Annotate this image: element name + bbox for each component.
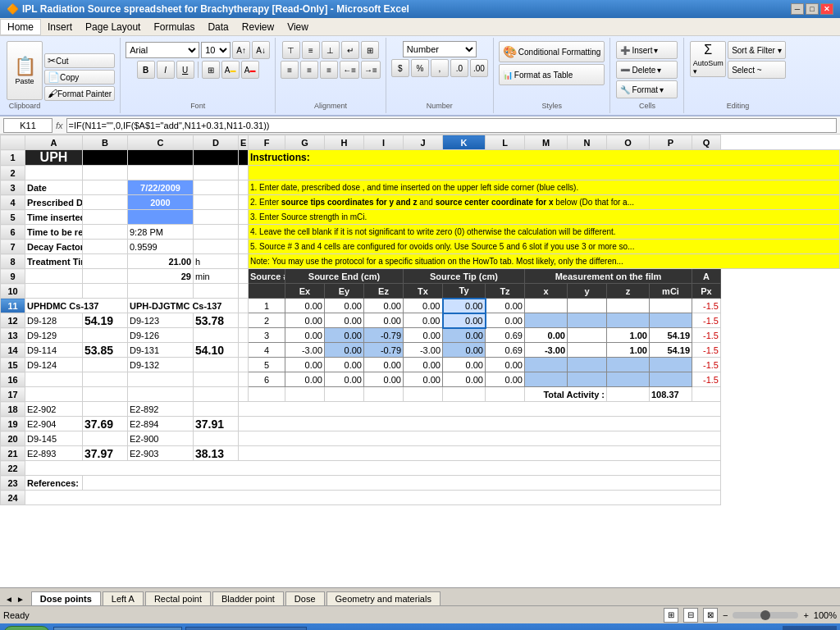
cell-B19[interactable]: 37.69 xyxy=(83,417,128,431)
cell-C11[interactable]: UPH-DJGTMC Cs-137 xyxy=(128,299,239,313)
cell-A23[interactable]: References: xyxy=(25,476,83,491)
cell-A3[interactable]: Date xyxy=(25,180,83,195)
cell-D13[interactable] xyxy=(194,328,239,343)
cell-G16[interactable]: 0.00 xyxy=(285,372,325,387)
cell-A12[interactable]: D9-128 xyxy=(25,313,83,328)
cell-B12[interactable]: 54.19 xyxy=(83,313,128,328)
cell-P11[interactable] xyxy=(650,299,692,313)
cell-I16[interactable]: 0.00 xyxy=(364,372,404,387)
col-header-L[interactable]: L xyxy=(486,135,525,150)
cell-B1[interactable] xyxy=(83,150,128,166)
sheet-tab-geometry[interactable]: Geometry and materials xyxy=(326,591,441,605)
cell-H13[interactable]: 0.00 xyxy=(325,328,364,343)
cell-M16[interactable] xyxy=(525,372,568,387)
merge-btn[interactable]: ⊞ xyxy=(361,41,379,59)
cell-G10[interactable]: Ex xyxy=(285,284,325,299)
cell-M17[interactable]: Total Activity : xyxy=(525,387,607,402)
align-top-btn[interactable]: ⊤ xyxy=(282,41,300,59)
cell-J14[interactable]: -3.00 xyxy=(404,343,443,358)
cell-B16[interactable] xyxy=(83,372,128,387)
format-painter-button[interactable]: 🖌 Format Painter xyxy=(44,86,115,101)
decrease-decimal-btn[interactable]: .00 xyxy=(470,59,488,77)
cell-M12[interactable] xyxy=(525,313,568,328)
cell-B20[interactable] xyxy=(83,431,128,446)
cell-P12[interactable] xyxy=(650,313,692,328)
cell-A11[interactable]: UPHDMC Cs-137 xyxy=(25,299,128,313)
cell-C12[interactable]: D9-123 xyxy=(128,313,194,328)
cell-C18[interactable]: E2-892 xyxy=(128,402,194,417)
cell-A5[interactable]: Time inserted xyxy=(25,210,83,225)
col-header-J[interactable]: J xyxy=(404,135,443,150)
cell-N11[interactable] xyxy=(568,299,607,313)
cell-D19[interactable]: 37.91 xyxy=(194,417,239,431)
cell-G13[interactable]: 0.00 xyxy=(285,328,325,343)
cell-F8[interactable]: Note: You may use the protocol for a spe… xyxy=(249,254,840,269)
cell-P16[interactable] xyxy=(650,372,692,387)
cell-G17[interactable] xyxy=(285,387,325,402)
cell-L12[interactable]: 0.00 xyxy=(486,313,525,328)
cell-B21[interactable]: 37.97 xyxy=(83,446,128,461)
cell-A16[interactable] xyxy=(25,372,83,387)
cell-L16[interactable]: 0.00 xyxy=(486,372,525,387)
cell-B3[interactable] xyxy=(83,180,128,195)
fill-color-btn[interactable]: A▬ xyxy=(221,61,240,79)
cell-C16[interactable] xyxy=(128,372,194,387)
insert-cells-btn[interactable]: ➕ Insert ▾ xyxy=(616,41,678,59)
cell-J15[interactable]: 0.00 xyxy=(404,358,443,372)
menu-home[interactable]: Home xyxy=(0,19,41,35)
cell-G14[interactable]: -3.00 xyxy=(285,343,325,358)
cell-C1[interactable] xyxy=(128,150,194,166)
font-size-select[interactable]: 10 xyxy=(201,42,231,58)
taskbar-medphys[interactable]: 📁 MedPhys Files > Down... xyxy=(53,627,182,630)
cell-E1[interactable] xyxy=(239,150,249,166)
align-middle-btn[interactable]: ≡ xyxy=(302,41,320,59)
cell-E15[interactable] xyxy=(239,358,249,372)
cell-K11[interactable]: 0.00 xyxy=(443,299,486,313)
cell-A20[interactable]: D9-145 xyxy=(25,431,83,446)
align-bottom-btn[interactable]: ⊥ xyxy=(322,41,340,59)
taskbar-excel[interactable]: 📊 Microsoft Excel - IPL ... xyxy=(185,627,307,630)
cell-F3[interactable]: 1. Enter date, prescribed dose , and tim… xyxy=(249,180,840,195)
cell-C8[interactable]: 21.00 xyxy=(128,254,194,269)
cell-Q10[interactable]: Px xyxy=(692,284,721,299)
cell-E6[interactable] xyxy=(239,225,249,240)
cell-E3[interactable] xyxy=(239,180,249,195)
cell-D18[interactable] xyxy=(194,402,239,417)
cell-G12[interactable]: 0.00 xyxy=(285,313,325,328)
cell-O12[interactable] xyxy=(607,313,650,328)
decrease-font-btn[interactable]: A↓ xyxy=(252,41,270,59)
col-header-E[interactable]: E xyxy=(239,135,249,150)
cell-J17[interactable] xyxy=(404,387,443,402)
cell-B14[interactable]: 53.85 xyxy=(83,343,128,358)
cell-K15[interactable]: 0.00 xyxy=(443,358,486,372)
cell-D1[interactable] xyxy=(194,150,239,166)
col-header-C[interactable]: C xyxy=(128,135,194,150)
cell-N16[interactable] xyxy=(568,372,607,387)
cell-I10[interactable]: Ez xyxy=(364,284,404,299)
border-btn[interactable]: ⊞ xyxy=(202,61,220,79)
cell-P10[interactable]: mCi xyxy=(650,284,692,299)
increase-indent-btn[interactable]: →≡ xyxy=(361,61,381,79)
cell-P13[interactable]: 54.19 xyxy=(650,328,692,343)
cell-C13[interactable]: D9-126 xyxy=(128,328,194,343)
view-layout-btn[interactable]: ⊟ xyxy=(683,608,698,623)
cell-F10[interactable] xyxy=(249,284,285,299)
cell-D20[interactable] xyxy=(194,431,239,446)
cell-F5[interactable]: 3. Enter Source strength in mCi. xyxy=(249,210,840,225)
cell-A19[interactable]: E2-904 xyxy=(25,417,83,431)
cell-P17[interactable]: 108.37 xyxy=(650,387,692,402)
cell-J9[interactable]: Source Tip (cm) xyxy=(404,269,525,284)
sheet-tab-left-a[interactable]: Left A xyxy=(103,591,144,605)
cell-A1[interactable]: UPH xyxy=(25,150,83,166)
col-header-H[interactable]: H xyxy=(325,135,364,150)
cell-E12[interactable] xyxy=(239,313,249,328)
cut-button[interactable]: ✂ Cut xyxy=(44,53,115,68)
cell-E2[interactable] xyxy=(239,166,249,180)
col-header-F[interactable]: F xyxy=(249,135,285,150)
col-header-M[interactable]: M xyxy=(525,135,568,150)
cell-D10[interactable] xyxy=(194,284,239,299)
cell-O15[interactable] xyxy=(607,358,650,372)
cell-D12[interactable]: 53.78 xyxy=(194,313,239,328)
cell-A10[interactable] xyxy=(25,284,83,299)
sheet-tab-bladder-point[interactable]: Bladder point xyxy=(212,591,284,605)
